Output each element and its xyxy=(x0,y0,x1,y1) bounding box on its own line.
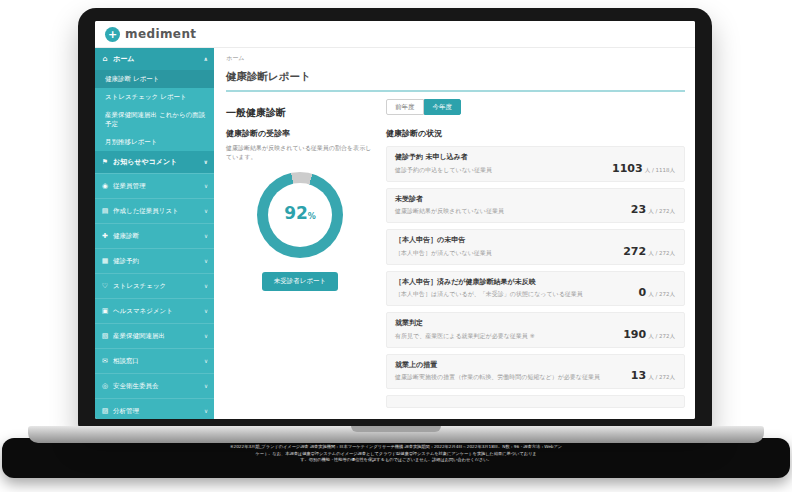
table-row: ［本人申告］済みだが健康診断結果が未反映 ［本人申告］は済んでいるが、「未受診」… xyxy=(386,271,685,307)
attendance-description: 健康診断結果が反映されている従業員の割合を表示しています。 xyxy=(226,143,374,162)
chevron-down-icon: ∨ xyxy=(204,258,208,264)
sidebar-item-label: 相談窓口 xyxy=(113,357,139,366)
section-header: 一般健康診断 前年度 今年度 xyxy=(226,101,685,118)
analytics-icon: ▨ xyxy=(101,407,109,415)
main-content: ホーム 健康診断レポート 一般健康診断 前年度 今年度 健康診断の受診率 健康診… xyxy=(214,48,695,419)
table-row: ［本人申告］の未申告 ［本人申告］が済んでいない従業員 272人 / 272人 xyxy=(386,229,685,265)
row-value: 272 xyxy=(623,245,646,258)
chevron-down-icon: ∨ xyxy=(204,159,208,165)
sidebar-item-analytics-management[interactable]: ▨ 分析管理 ∨ xyxy=(95,398,214,419)
mediment-logo-icon: + xyxy=(105,27,120,42)
announcement-icon: ⚑ xyxy=(101,158,109,166)
sidebar-item-label: 健康診断 xyxy=(113,232,139,241)
attendance-donut-chart: 92 % xyxy=(257,172,343,258)
sidebar-item-health-checkup-report[interactable]: 健康診断 レポート xyxy=(95,70,214,88)
chevron-down-icon: ∨ xyxy=(204,283,208,289)
employee-list-icon: ▤ xyxy=(101,207,109,215)
caret-up-icon: ∧ xyxy=(204,56,208,62)
table-row: 健診予約 未申し込み者 健診予約の申込をしていない従業員 1103人 / 111… xyxy=(386,146,685,182)
laptop-base-shadow: ※2022年3月期_ブランドのイメージ調査 調査実施機関：日本マーケティングリサ… xyxy=(2,438,790,478)
attendance-percent-unit: % xyxy=(308,212,316,221)
row-unit: 人 / 1118人 xyxy=(645,167,675,173)
row-value: 190 xyxy=(623,328,646,341)
health-checkup-icon: ✚ xyxy=(101,232,109,240)
stress-check-icon: ♡ xyxy=(101,282,109,290)
sidebar-item-label: お知らせやコメント xyxy=(113,157,177,167)
sidebar-item-announcements[interactable]: ⚑ お知らせやコメント ∨ xyxy=(95,151,214,173)
sidebar-item-stress-check-report[interactable]: ストレスチェック レポート xyxy=(95,88,214,106)
table-row-partial xyxy=(386,395,685,408)
footnote: ※2022年3月期_ブランドのイメージ調査 調査実施機関：日本マーケティングリサ… xyxy=(4,444,789,464)
toggle-previous-year[interactable]: 前年度 xyxy=(386,99,424,115)
sidebar-item-label: 産業保健関連届出 xyxy=(113,332,165,341)
sidebar-item-consultation-desk[interactable]: ✉ 相談窓口 ∨ xyxy=(95,348,214,373)
table-row: 未受診者 健康診断結果が反映されていない従業員 23人 / 272人 xyxy=(386,188,685,224)
non-attendee-report-button[interactable]: 未受診者レポート xyxy=(262,272,338,291)
page-title: 健康診断レポート xyxy=(226,70,685,92)
row-unit: 人 / 272人 xyxy=(648,333,675,339)
laptop-base xyxy=(28,426,764,443)
consultation-icon: ✉ xyxy=(101,357,109,365)
year-toggle-group: 前年度 今年度 xyxy=(386,99,461,115)
row-unit: 人 / 272人 xyxy=(648,250,675,256)
sidebar-item-health-checkup[interactable]: ✚ 健康診断 ∨ xyxy=(95,223,214,248)
laptop-frame: + mediment ⌂ ホーム ∧ 健康診断 レポート ストレスチェック レポ… xyxy=(78,8,712,432)
sidebar-item-occupational-health-filings[interactable]: ▧ 産業保健関連届出 ∨ xyxy=(95,323,214,348)
status-panel: 健康診断の状況 健診予約 未申し込み者 健診予約の申込をしていない従業員 110… xyxy=(386,128,685,408)
row-value: 0 xyxy=(638,286,646,299)
chevron-down-icon: ∨ xyxy=(204,183,208,189)
chevron-down-icon: ∨ xyxy=(204,383,208,389)
chevron-down-icon: ∨ xyxy=(204,333,208,339)
sidebar-item-label: 作成した従業員リスト xyxy=(113,207,179,216)
sidebar-item-safety-committee[interactable]: ◎ 安全衛生委員会 ∨ xyxy=(95,373,214,398)
attendance-title: 健康診断の受診率 xyxy=(226,128,374,139)
sidebar-item-home[interactable]: ⌂ ホーム ∧ xyxy=(95,48,214,70)
row-description: ［本人申告］は済んでいるが、「未受診」の状態になっている従業員 xyxy=(395,290,676,299)
row-title: ［本人申告］済みだが健康診断結果が未反映 xyxy=(395,277,676,287)
sidebar-item-employee-management[interactable]: ◉ 従業員管理 ∨ xyxy=(95,173,214,198)
sidebar: ⌂ ホーム ∧ 健康診断 レポート ストレスチェック レポート 産業保健関連届出… xyxy=(95,48,214,419)
employees-icon: ◉ xyxy=(101,182,109,190)
section-title: 一般健康診断 xyxy=(226,107,286,118)
footnote-line3: す。個別の機能・性能等の優位性を保証するものではございません。詳細はお問い合わせ… xyxy=(4,457,789,464)
attendance-card: 健康診断の受診率 健康診断結果が反映されている従業員の割合を表示しています。 9… xyxy=(226,128,374,408)
sidebar-item-label: 分析管理 xyxy=(113,407,139,416)
table-row: 就業上の措置 健康診断実施後の措置（作業の転換、労働時間の短縮など）が必要な従業… xyxy=(386,354,685,390)
row-unit: 人 / 272人 xyxy=(648,291,675,297)
sidebar-item-label: 従業員管理 xyxy=(113,182,146,191)
filings-icon: ▧ xyxy=(101,332,109,340)
sidebar-item-label: ヘルスマネジメント xyxy=(113,307,173,316)
donut-center: 92 % xyxy=(268,183,332,247)
sidebar-item-checkup-reservation[interactable]: ▦ 健診予約 ∨ xyxy=(95,248,214,273)
row-value: 23 xyxy=(631,203,646,216)
toggle-current-year[interactable]: 今年度 xyxy=(424,99,462,115)
row-value: 1103 xyxy=(612,162,643,175)
chevron-down-icon: ∨ xyxy=(204,208,208,214)
reservation-icon: ▦ xyxy=(101,257,109,265)
sidebar-item-label: ストレスチェック xyxy=(113,282,166,291)
sidebar-item-health-management[interactable]: ▣ ヘルスマネジメント ∨ xyxy=(95,298,214,323)
app-screen: + mediment ⌂ ホーム ∧ 健康診断 レポート ストレスチェック レポ… xyxy=(95,21,695,419)
row-value: 13 xyxy=(631,369,646,382)
sidebar-item-label: ホーム xyxy=(113,54,134,64)
attendance-percent: 92 xyxy=(284,205,308,222)
top-navbar: + mediment xyxy=(95,21,695,48)
home-icon: ⌂ xyxy=(101,55,109,63)
laptop-notch xyxy=(351,426,441,432)
chevron-down-icon: ∨ xyxy=(204,408,208,414)
row-unit: 人 / 272人 xyxy=(648,374,675,380)
status-title: 健康診断の状況 xyxy=(386,128,685,139)
mediment-logo-text[interactable]: mediment xyxy=(125,27,196,41)
chevron-down-icon: ∨ xyxy=(204,233,208,239)
chevron-down-icon: ∨ xyxy=(204,358,208,364)
sidebar-item-occupational-health-filings-schedule[interactable]: 産業保健関連届出 これからの面談予定 xyxy=(95,106,214,133)
sidebar-item-label: 健診予約 xyxy=(113,257,139,266)
sidebar-item-monthly-trend-report[interactable]: 月別推移レポート xyxy=(95,133,214,151)
sidebar-item-label: 安全衛生委員会 xyxy=(113,382,159,391)
breadcrumb[interactable]: ホーム xyxy=(226,54,685,63)
committee-icon: ◎ xyxy=(101,382,109,390)
sidebar-item-stress-check[interactable]: ♡ ストレスチェック ∨ xyxy=(95,273,214,298)
chevron-down-icon: ∨ xyxy=(204,308,208,314)
sidebar-item-created-employee-lists[interactable]: ▤ 作成した従業員リスト ∨ xyxy=(95,198,214,223)
table-row: 就業判定 有所見で、産業医による就業判定が必要な従業員 ※ 190人 / 272… xyxy=(386,312,685,348)
